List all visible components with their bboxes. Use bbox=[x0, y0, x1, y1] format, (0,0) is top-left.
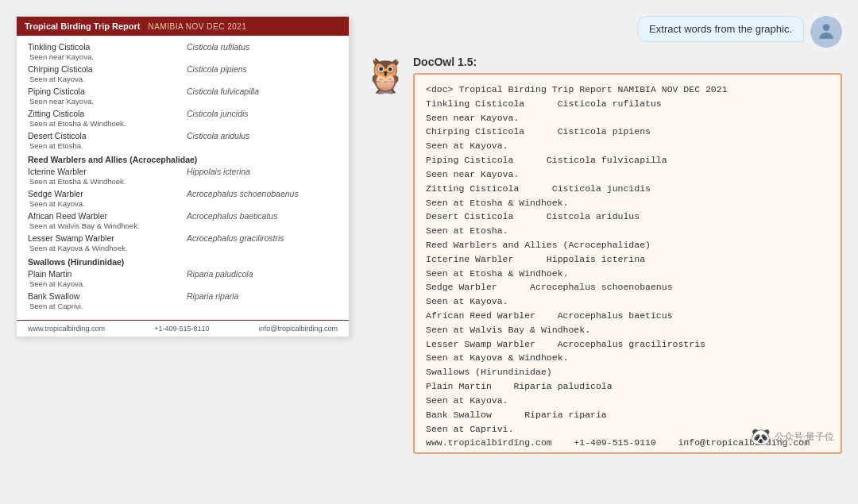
main-container: Tropical Birding Trip Report NAMIBIA NOV… bbox=[0, 0, 858, 504]
chat-panel: Extract words from the graphic. 🦉 DocOwl… bbox=[365, 16, 842, 454]
table-row: Zitting Cisticola Cisticola juncidis bbox=[28, 109, 338, 118]
doc-note: Seen at Kayova & Windhoek. bbox=[28, 244, 338, 252]
doc-footer: www.tropicalbirding.com +1-409-515-8110 … bbox=[17, 320, 349, 337]
table-row: Icterine Warbler Hippolais icterina bbox=[28, 167, 338, 176]
doc-note: Seen at Etosha & Windhoek. bbox=[28, 177, 338, 186]
owl-emoji: 🦉 bbox=[365, 56, 406, 95]
owl-content: DocOwl 1.5: <doc> Tropical Birding Trip … bbox=[413, 56, 842, 454]
table-row: Piping Cisticola Cisticola fulvicapilla bbox=[28, 87, 338, 96]
bot-name: DocOwl 1.5: bbox=[413, 56, 842, 68]
doc-title: Tropical Birding Trip Report bbox=[25, 21, 140, 31]
table-row: Tinkling Cisticola Cisticola rufilatus bbox=[28, 42, 338, 52]
doc-note: Seen at Caprivi. bbox=[28, 302, 338, 310]
bot-response-text: <doc> Tropical Birding Trip Report NAMIB… bbox=[426, 83, 829, 454]
table-row: Plain Martin Riparia paludicola bbox=[28, 269, 338, 279]
user-avatar bbox=[810, 16, 842, 48]
table-row: Desert Cisticola Cisticola aridulus bbox=[28, 131, 338, 140]
doc-note: Seen near Kayova. bbox=[28, 52, 338, 61]
user-message-text: Extract words from the graphic. bbox=[649, 23, 792, 35]
owl-avatar-icon: 🦉 bbox=[365, 56, 405, 95]
doc-subtitle: NAMIBIA NOV DEC 2021 bbox=[148, 22, 246, 31]
watermark: 🐼 公众号·量子位 bbox=[751, 427, 834, 446]
svg-point-0 bbox=[823, 24, 830, 31]
table-row: Lesser Swamp Warbler Acrocephalus gracil… bbox=[28, 233, 338, 243]
user-message-row: Extract words from the graphic. bbox=[365, 16, 842, 48]
doc-note: Seen at Etosha & Windhoek. bbox=[28, 119, 338, 128]
doc-content: Tinkling Cisticola Cisticola rufilatus S… bbox=[17, 36, 349, 320]
doc-note: Seen at Walvis Bay & Windhoek. bbox=[28, 221, 338, 230]
footer-email: info@tropicalbirding.com bbox=[259, 325, 338, 333]
watermark-text: 公众号·量子位 bbox=[775, 430, 834, 444]
doc-note: Seen near Kayova. bbox=[28, 97, 338, 106]
bot-response-box[interactable]: <doc> Tropical Birding Trip Report NAMIB… bbox=[413, 73, 842, 454]
user-bubble: Extract words from the graphic. bbox=[637, 16, 804, 42]
footer-website: www.tropicalbirding.com bbox=[28, 325, 105, 333]
owl-row: 🦉 DocOwl 1.5: <doc> Tropical Birding Tri… bbox=[365, 56, 842, 454]
table-row: Bank Swallow Riparia riparia bbox=[28, 291, 338, 301]
doc-note: Seen at Kayova. bbox=[28, 199, 338, 208]
table-row: Sedge Warbler Acrocephalus schoenobaenus bbox=[28, 189, 338, 198]
watermark-logo: 🐼 bbox=[751, 427, 771, 446]
doc-header: Tropical Birding Trip Report NAMIBIA NOV… bbox=[17, 17, 349, 36]
doc-note: Seen at Etosha. bbox=[28, 141, 338, 150]
document-panel: Tropical Birding Trip Report NAMIBIA NOV… bbox=[16, 16, 350, 337]
footer-phone: +1-409-515-8110 bbox=[154, 325, 209, 333]
doc-note: Seen at Kayova. bbox=[28, 279, 338, 288]
doc-note: Seen at Kayova. bbox=[28, 75, 338, 83]
table-row: African Reed Warbler Acrocephalus baetic… bbox=[28, 211, 338, 221]
section-swallows-header: Swallows (Hirundinidae) bbox=[28, 257, 338, 267]
section-reed-header: Reed Warblers and Allies (Acrocephalidae… bbox=[28, 155, 338, 164]
table-row: Chirping Cisticola Cisticola pipiens bbox=[28, 64, 338, 74]
